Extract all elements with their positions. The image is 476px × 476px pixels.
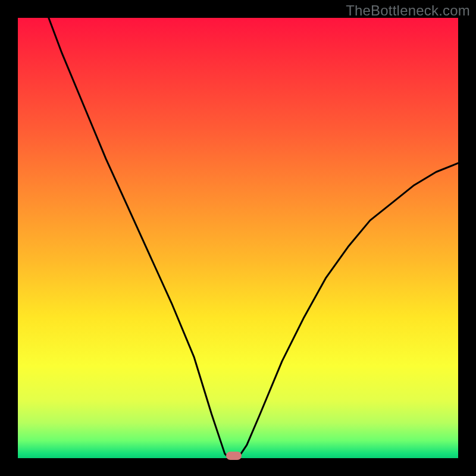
curve-path (49, 18, 458, 458)
attribution-text: TheBottleneck.com (346, 2, 470, 19)
bottleneck-curve (18, 18, 458, 458)
chart-frame: TheBottleneck.com (0, 0, 476, 476)
optimal-marker (226, 452, 242, 460)
plot-area (18, 18, 458, 458)
